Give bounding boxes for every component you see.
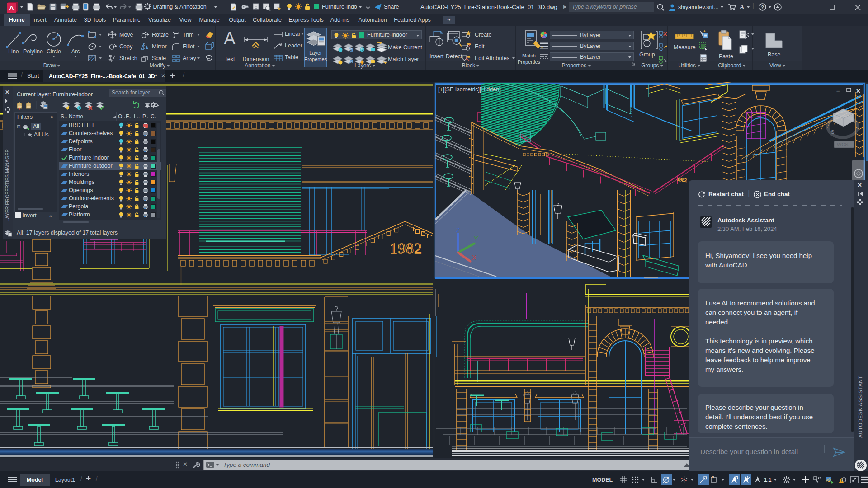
svg-text:A: A (9, 4, 14, 12)
svg-text:1982: 1982 (390, 240, 422, 257)
svg-text:Y: Y (474, 235, 478, 242)
svg-text:✕: ✕ (856, 88, 861, 94)
svg-text:Polyline: Polyline (23, 48, 43, 55)
svg-text:Line: Line (8, 48, 19, 53)
svg-text:–: – (836, 87, 840, 94)
svg-text:WCS: WCS (837, 142, 849, 147)
svg-text:A: A (224, 30, 236, 48)
svg-text:S: S (831, 129, 834, 135)
svg-text:!: ! (841, 479, 842, 483)
svg-text:Z: Z (456, 226, 460, 234)
svg-text:[+][SE Isometric][Hidden]: [+][SE Isometric][Hidden] (438, 86, 501, 93)
svg-text:?: ? (761, 5, 764, 10)
svg-text:1982: 1982 (677, 176, 687, 183)
svg-text:X: X (472, 253, 476, 261)
svg-text:Circle: Circle (47, 48, 61, 55)
svg-text:Arc: Arc (71, 48, 80, 55)
